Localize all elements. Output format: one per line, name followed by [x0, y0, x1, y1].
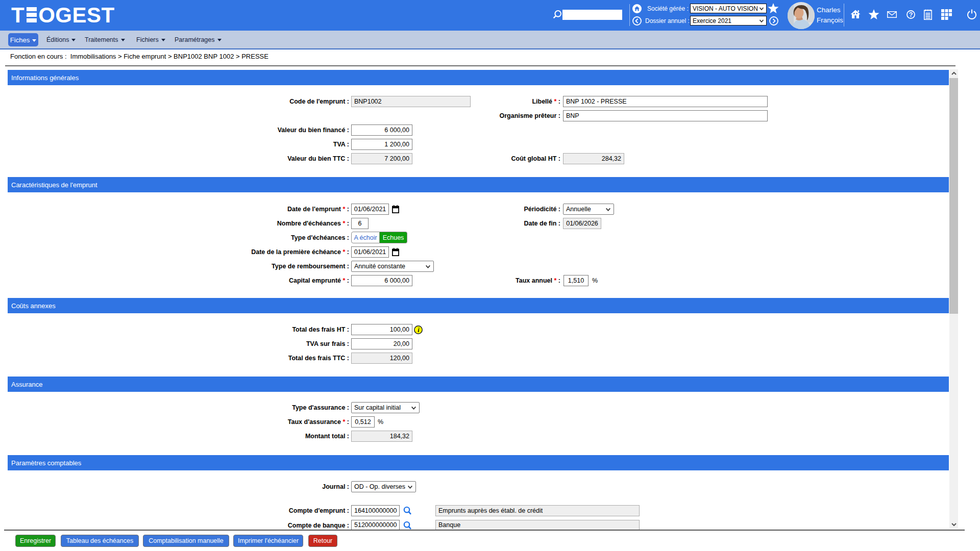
svg-text:?: ? [909, 11, 913, 18]
